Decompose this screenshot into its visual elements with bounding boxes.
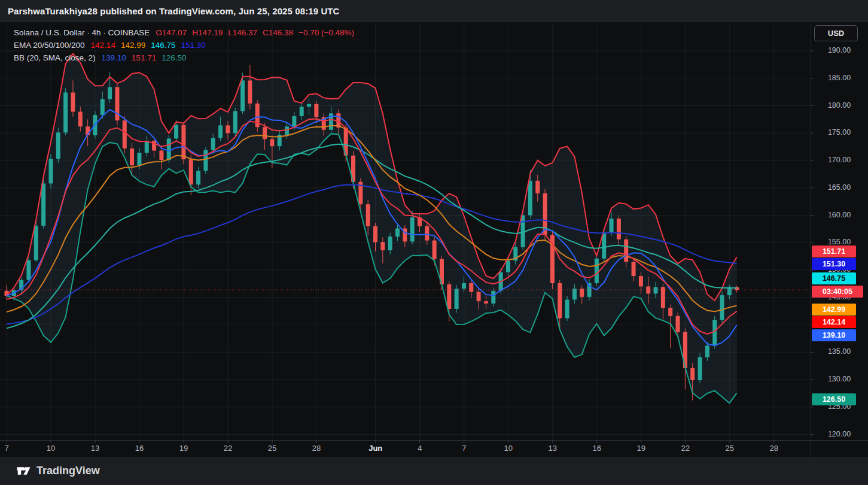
time-tick-label: 7 (462, 444, 466, 453)
time-tick-label: 16 (593, 444, 601, 453)
ema-indicator-label: EMA 20/50/100/200 (14, 41, 85, 50)
price-level-badge: 142.99 (812, 304, 856, 316)
symbol-title: Solana / U.S. Dollar · 4h · COINBASE (14, 28, 150, 37)
price-level-badge: 139.10 (812, 329, 856, 341)
chart-legend: Solana / U.S. Dollar · 4h · COINBASE O14… (14, 26, 360, 64)
symbol-legend-row[interactable]: Solana / U.S. Dollar · 4h · COINBASE O14… (14, 26, 360, 39)
tradingview-logo-link[interactable]: TradingView (16, 463, 100, 478)
price-level-badge: 126.50 (812, 393, 856, 405)
time-tick-label: 10 (47, 444, 55, 453)
price-level-badge: 146.75 (812, 272, 856, 284)
currency-toggle-button[interactable]: USD (814, 25, 858, 41)
bb-values: 139.10151.71126.50 (102, 53, 192, 62)
ohlc-token: O147.07 (156, 28, 187, 37)
tradingview-wordmark: TradingView (36, 465, 100, 477)
price-tick-label: 170.00 (811, 156, 868, 164)
time-tick-label: 19 (179, 444, 188, 453)
footer-bar: TradingView (0, 457, 868, 485)
price-chart[interactable] (0, 0, 868, 485)
price-level-badge: 151.71 (812, 245, 856, 257)
price-level-badge: 142.14 (812, 316, 856, 328)
time-tick-label: 13 (91, 444, 99, 453)
price-tick-label: 190.00 (811, 46, 868, 54)
tradingview-logo-icon (16, 463, 31, 478)
price-level-badge: 151.30 (812, 258, 856, 270)
ohlc-values: O147.07H147.19L146.37C146.38−0.70 (−0.48… (156, 28, 360, 37)
price-tick-label: 130.00 (811, 375, 868, 383)
attribution-text: ParshwaTurakhiya28 published on TradingV… (8, 6, 340, 16)
time-tick-label: 13 (549, 444, 557, 453)
plot-area (0, 22, 811, 440)
ema-value: 142.99 (121, 41, 145, 50)
price-axis[interactable]: 190.00185.00180.00175.00170.00165.00160.… (811, 22, 868, 440)
bar-countdown-badge: 03:40:05 (812, 286, 863, 298)
ohlc-token: H147.19 (192, 28, 223, 37)
price-tick-label: 120.00 (811, 430, 868, 438)
price-tick-label: 180.00 (811, 101, 868, 110)
bb-value: 126.50 (162, 53, 186, 62)
ohlc-token: −0.70 (−0.48%) (299, 28, 354, 37)
time-tick-label: 28 (312, 444, 321, 453)
time-tick-label: 25 (726, 444, 734, 453)
ohlc-token: C146.38 (263, 28, 293, 37)
price-tick-label: 175.00 (811, 128, 868, 137)
bb-indicator-label: BB (20, SMA, close, 2) (14, 53, 96, 62)
time-tick-label: 28 (770, 444, 778, 453)
ema-value: 142.14 (91, 41, 115, 50)
bb-value: 139.10 (102, 53, 126, 62)
ema-value: 146.75 (151, 41, 175, 50)
price-tick-label: 165.00 (811, 183, 868, 192)
ema-legend-row[interactable]: EMA 20/50/100/200 142.14142.99146.75151.… (14, 39, 360, 51)
ema-value: 151.30 (181, 41, 205, 50)
time-tick-label: 25 (268, 444, 276, 453)
price-tick-label: 135.00 (811, 347, 868, 356)
time-tick-label: 22 (681, 444, 690, 453)
time-tick-label: 10 (504, 444, 513, 453)
bb-value: 151.71 (132, 53, 156, 62)
price-tick-label: 185.00 (811, 74, 868, 82)
price-tick-label: 160.00 (811, 211, 868, 219)
time-tick-label: 4 (418, 444, 422, 453)
time-axis[interactable]: 710131619222528Jun4710131619222528 (0, 440, 868, 457)
ohlc-token: L146.37 (228, 28, 257, 37)
time-tick-label: 16 (135, 444, 144, 453)
time-tick-label: 7 (4, 444, 8, 453)
attribution-bar: ParshwaTurakhiya28 published on TradingV… (0, 0, 868, 22)
time-tick-label: 22 (224, 444, 232, 453)
time-tick-label: 19 (637, 444, 645, 453)
bb-legend-row[interactable]: BB (20, SMA, close, 2) 139.10151.71126.5… (14, 51, 360, 64)
ema-values: 142.14142.99146.75151.30 (91, 41, 211, 50)
time-tick-label: Jun (368, 444, 382, 453)
